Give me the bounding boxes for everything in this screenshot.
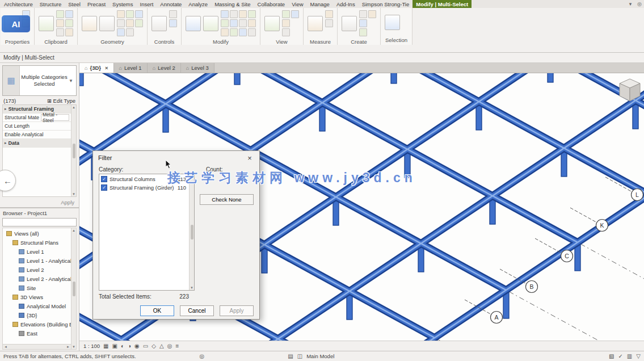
checkbox-checked-icon[interactable]: ✓ <box>101 184 107 191</box>
ribbon-tab-add-ins[interactable]: Add-Ins <box>333 0 359 8</box>
view-tab-3d[interactable]: ⌂{3D}× <box>79 63 114 73</box>
dialog-titlebar[interactable]: Filter × <box>93 151 259 165</box>
shadows-icon[interactable]: ◑ <box>128 343 131 349</box>
tool-icon-small[interactable] <box>126 10 134 18</box>
editable-only-checkbox[interactable]: ✓ <box>618 353 622 359</box>
tool-icon-big[interactable] <box>99 16 115 31</box>
tree-item-elevations-building-elevation[interactable]: Elevations (Building Elevation) <box>3 320 71 329</box>
ribbon-tab-active[interactable]: Modify | Multi-Select <box>413 0 472 8</box>
ribbon-tab-architecture[interactable]: Architecture <box>1 0 36 8</box>
property-value[interactable]: Metal - Steel <box>41 114 69 121</box>
ribbon-tab-systems[interactable]: Systems <box>109 0 136 8</box>
tree-item-level-2[interactable]: Level 2 <box>3 265 71 274</box>
scroll-down-icon[interactable]: ▼ <box>190 286 193 289</box>
property-row-structural-material[interactable]: Structural MaterialMetal - Steel <box>3 114 71 122</box>
tree-item-views-all[interactable]: Views (all) <box>3 229 71 238</box>
sun-settings-icon[interactable]: ◐ <box>121 343 124 349</box>
visual-style-icon[interactable]: ▣ <box>112 343 117 349</box>
tool-icon-small[interactable] <box>65 28 73 36</box>
instance-count[interactable]: (173) <box>3 98 16 104</box>
tool-icon-big[interactable] <box>308 16 323 31</box>
tool-icon-small[interactable] <box>230 28 238 36</box>
check-none-button[interactable]: Check None <box>200 194 254 205</box>
tool-icon-small[interactable] <box>282 10 290 18</box>
ribbon-tab-analyze[interactable]: Analyze <box>185 0 211 8</box>
crop-visibility-icon[interactable]: ◇ <box>151 343 156 349</box>
tool-icon-small[interactable] <box>325 19 333 27</box>
tree-item-site[interactable]: Site <box>3 283 71 292</box>
property-row-data[interactable]: ▸Data <box>3 139 71 148</box>
tree-item-level-1-analytical[interactable]: Level 1 - Analytical <box>3 256 71 265</box>
apply-button[interactable]: Apply <box>61 199 74 205</box>
worksets-icon[interactable]: ▤ <box>288 353 293 359</box>
tool-icon-small[interactable] <box>291 10 299 18</box>
tool-icon-small[interactable] <box>282 19 290 27</box>
ok-button[interactable]: OK <box>140 305 174 316</box>
tree-item-analytical-model[interactable]: Analytical Model <box>3 301 71 310</box>
tool-icon-small[interactable] <box>359 19 367 27</box>
tree-item-structural-plans[interactable]: Structural Plans <box>3 238 71 247</box>
view-tab-level-3[interactable]: ⌂Level 3 <box>181 63 214 73</box>
tool-icon-big[interactable] <box>203 16 218 31</box>
scroll-thumb[interactable] <box>73 282 75 296</box>
browser-search-input[interactable] <box>2 218 77 226</box>
tool-icon-small[interactable] <box>126 28 134 36</box>
tool-icon-small[interactable] <box>325 10 333 18</box>
rendering-icon[interactable]: ◉ <box>134 343 140 349</box>
scroll-down-icon[interactable]: ▼ <box>72 192 75 196</box>
tool-icon-small[interactable] <box>248 28 256 36</box>
tool-icon-small[interactable] <box>135 10 143 18</box>
main-model-label[interactable]: Main Model <box>306 353 334 359</box>
tool-icon-small[interactable] <box>65 10 73 18</box>
checkbox-checked-icon[interactable]: ✓ <box>101 176 107 182</box>
tool-icon-small[interactable] <box>56 10 64 18</box>
tool-icon-small[interactable] <box>230 10 238 18</box>
exclude-options-icon[interactable]: ▥ <box>627 353 632 359</box>
tool-icon-small[interactable] <box>221 10 229 18</box>
detail-level-icon[interactable]: ▦ <box>103 343 108 349</box>
scroll-down-icon[interactable]: ▼ <box>72 345 75 349</box>
scroll-up-icon[interactable]: ▲ <box>72 229 75 232</box>
release-borrowed-icon[interactable]: ▧ <box>609 353 614 359</box>
help-icon[interactable]: ◎ <box>635 0 644 8</box>
tree-item-east[interactable]: East <box>3 329 71 338</box>
tool-icon-small[interactable] <box>117 10 125 18</box>
filter-list-scrollbar[interactable]: ▲▼ <box>189 174 194 290</box>
scroll-left-icon[interactable]: ◄ <box>4 345 7 349</box>
tool-icon-small[interactable] <box>248 10 256 18</box>
grid-bubble-k[interactable]: K <box>570 208 608 232</box>
viewcube[interactable] <box>620 79 640 101</box>
filter-item-structural-framing-girder[interactable]: ✓Structural Framing (Girder)110 <box>99 183 188 192</box>
ribbon-tab-annotate[interactable]: Annotate <box>157 0 185 8</box>
close-view-icon[interactable]: × <box>105 65 108 71</box>
tool-icon-small[interactable] <box>239 19 247 27</box>
tree-item-level-2-analytical[interactable]: Level 2 - Analytical <box>3 274 71 283</box>
cancel-button[interactable]: Cancel <box>180 305 214 316</box>
ribbon-tab-structure[interactable]: Structure <box>36 0 65 8</box>
filter-dialog[interactable]: Filter × Category: Count: ▲▼ ✓Structural… <box>92 150 260 320</box>
chevron-down-icon[interactable]: ▼ <box>69 78 76 83</box>
ribbon-tab-massing-site[interactable]: Massing & Site <box>211 0 254 8</box>
tree-item-level-1[interactable]: Level 1 <box>3 247 71 256</box>
tool-icon-big[interactable] <box>385 15 400 30</box>
selection-filter-icon[interactable]: ▽ <box>636 353 641 359</box>
crop-region-icon[interactable]: ▭ <box>143 343 148 349</box>
properties-scrollbar[interactable]: ▲▼ <box>71 105 76 196</box>
view-tab-level-2[interactable]: ⌂Level 2 <box>148 63 181 73</box>
temporary-hide-icon[interactable]: △ <box>159 343 164 349</box>
tree-item-3d-views[interactable]: 3D Views <box>3 292 71 301</box>
ribbon-tab-manage[interactable]: Manage <box>307 0 333 8</box>
tool-icon-small[interactable] <box>368 10 376 18</box>
tool-icon-small[interactable] <box>221 28 229 36</box>
tool-icon-big[interactable] <box>264 16 280 31</box>
ribbon-tab-collaborate[interactable]: Collaborate <box>254 0 289 8</box>
scroll-right-icon[interactable]: ► <box>66 345 70 349</box>
property-row-enable-analytical[interactable]: Enable Analytical <box>3 131 71 139</box>
design-options-icon[interactable]: ◫ <box>297 353 302 359</box>
scroll-up-icon[interactable]: ▲ <box>72 106 75 109</box>
scroll-up-icon[interactable]: ▲ <box>190 175 193 178</box>
tool-icon-big[interactable] <box>151 16 167 31</box>
ribbon-tab-steel[interactable]: Steel <box>65 0 84 8</box>
tree-item-3d[interactable]: {3D} <box>3 310 71 320</box>
tool-icon-big[interactable] <box>39 16 54 31</box>
